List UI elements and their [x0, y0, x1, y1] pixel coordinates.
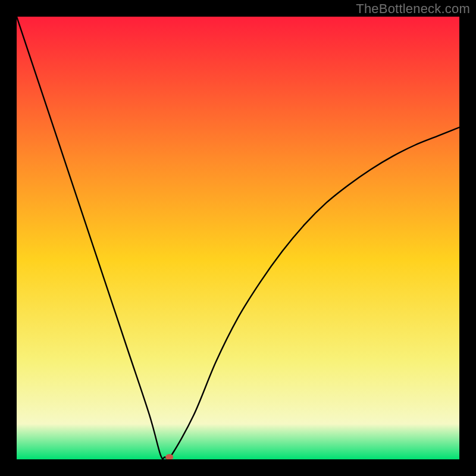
plot-area	[17, 17, 459, 459]
watermark-text: TheBottleneck.com	[356, 1, 470, 17]
chart-svg	[17, 17, 459, 459]
gradient-background	[17, 17, 459, 459]
chart-frame: TheBottleneck.com	[0, 0, 476, 476]
